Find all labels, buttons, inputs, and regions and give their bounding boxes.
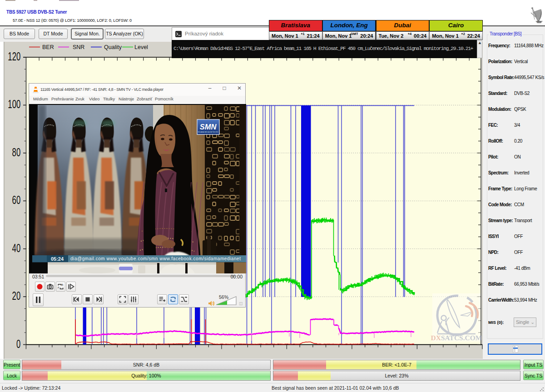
svg-text:05:24: 05:24 bbox=[51, 256, 64, 262]
svg-text:SMN: SMN bbox=[200, 123, 217, 131]
svg-text:40: 40 bbox=[12, 242, 21, 254]
svg-text:20: 20 bbox=[12, 289, 21, 302]
svg-text:BER: BER bbox=[42, 44, 54, 50]
svg-text:SNR: SNR bbox=[73, 44, 84, 50]
svg-text:Level: Level bbox=[134, 44, 148, 50]
svg-text:A: A bbox=[58, 286, 60, 289]
svg-text:100: 100 bbox=[8, 98, 20, 110]
svg-text:dia@gmail.com www.youtube.com/: dia@gmail.com www.youtube.com/smn www.fa… bbox=[70, 256, 241, 261]
svg-text:DXSATCS.COM: DXSATCS.COM bbox=[431, 334, 482, 342]
svg-text:0: 0 bbox=[16, 337, 20, 350]
svg-text:120: 120 bbox=[8, 50, 20, 63]
svg-text:Quality: Quality bbox=[104, 44, 122, 50]
svg-text:80: 80 bbox=[12, 146, 21, 159]
svg-text:B: B bbox=[61, 283, 63, 286]
svg-text:60: 60 bbox=[12, 194, 21, 206]
svg-text:d's: d's bbox=[537, 20, 541, 23]
svg-text:SIDAMA MEDIA NETWORK: SIDAMA MEDIA NETWORK bbox=[198, 131, 218, 133]
svg-text:56%: 56% bbox=[219, 295, 228, 300]
